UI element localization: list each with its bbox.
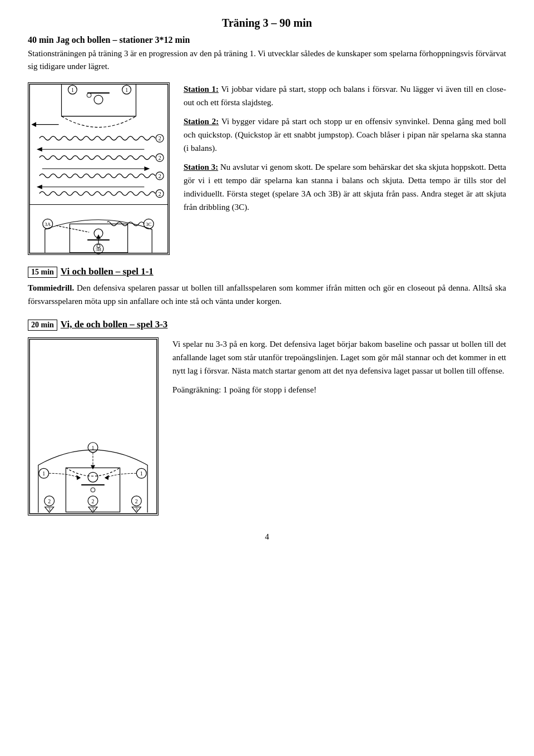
station3-text: Nu avslutar vi genom skott. De spelare s… xyxy=(184,163,506,212)
svg-point-40 xyxy=(88,472,98,482)
svg-text:1: 1 xyxy=(92,445,95,451)
section2-detail: Den defensiva spelaren passar ut bollen … xyxy=(28,283,506,306)
svg-marker-17 xyxy=(144,166,150,171)
svg-text:1: 1 xyxy=(140,470,143,477)
svg-point-2 xyxy=(94,95,103,104)
svg-text:1: 1 xyxy=(125,87,128,93)
section3-badge: 20 min xyxy=(28,320,57,331)
svg-text:1: 1 xyxy=(71,87,74,93)
svg-text:3: 3 xyxy=(48,507,51,512)
svg-text:2: 2 xyxy=(92,498,95,504)
svg-marker-21 xyxy=(37,185,42,189)
svg-marker-48 xyxy=(76,475,81,480)
station-section: 1 1 2 2 xyxy=(28,82,506,255)
svg-text:1: 1 xyxy=(42,470,45,477)
section2-body: Tommiedrill. Den defensiva spelaren pass… xyxy=(28,281,506,308)
svg-text:2: 2 xyxy=(159,191,161,197)
station1-label: Station 1: xyxy=(184,85,219,94)
svg-text:2: 2 xyxy=(159,173,161,179)
svg-marker-45 xyxy=(91,465,95,469)
station3-label: Station 3: xyxy=(184,163,218,171)
section3-content: 1 1 1 2 xyxy=(28,337,506,516)
svg-marker-13 xyxy=(37,147,42,151)
section2-badge: 15 min xyxy=(28,267,57,278)
svg-text:2: 2 xyxy=(159,135,161,141)
station2-label: Station 2: xyxy=(184,117,219,126)
svg-marker-36 xyxy=(96,234,101,239)
station-text: Station 1: Vi jobbar vidare på start, st… xyxy=(184,82,506,219)
svg-text:3C: 3C xyxy=(146,222,151,227)
court-diagram-1: 1 1 2 2 xyxy=(28,82,172,255)
svg-point-52 xyxy=(91,488,95,492)
svg-text:2: 2 xyxy=(135,498,138,504)
section3-text: Vi spelar nu 3-3 på en korg. Det defensi… xyxy=(172,337,506,402)
section3-heading: Vi, de och bollen – spel 3-3 xyxy=(61,319,168,330)
section3-body2: Poängräkning: 1 poäng för stopp i defens… xyxy=(172,383,506,396)
intro-text: Stationsträningen på träning 3 är en pro… xyxy=(28,47,506,72)
svg-point-8 xyxy=(87,93,91,97)
svg-text:3: 3 xyxy=(92,507,94,512)
svg-text:2: 2 xyxy=(159,155,161,161)
svg-text:3B: 3B xyxy=(96,247,101,252)
court-diagram-2: 1 1 1 2 xyxy=(28,337,161,516)
svg-text:2: 2 xyxy=(48,498,51,504)
svg-text:3: 3 xyxy=(135,507,137,512)
section2-header: 15 min Vi och bollen – spel 1-1 xyxy=(28,266,506,278)
section3-body1: Vi spelar nu 3-3 på en korg. Det defensi… xyxy=(172,337,506,377)
page-number: 4 xyxy=(28,532,506,542)
svg-rect-39 xyxy=(66,468,120,512)
svg-marker-51 xyxy=(105,475,109,480)
station2-text: Vi bygger vidare på start och stopp ur e… xyxy=(184,117,506,153)
section2-heading: Vi och bollen – spel 1-1 xyxy=(61,266,154,277)
page-title: Träning 3 – 90 min xyxy=(28,17,506,30)
section3-header: 20 min Vi, de och bollen – spel 3-3 xyxy=(28,319,506,331)
svg-text:3A: 3A xyxy=(44,222,51,227)
svg-line-34 xyxy=(56,225,90,232)
station1-text: Vi jobbar vidare på start, stopp och bal… xyxy=(184,85,506,107)
section2-intro: Tommiedrill. xyxy=(28,283,74,292)
section1-subtitle: 40 min Jag och bollen – stationer 3*12 m… xyxy=(28,35,506,45)
